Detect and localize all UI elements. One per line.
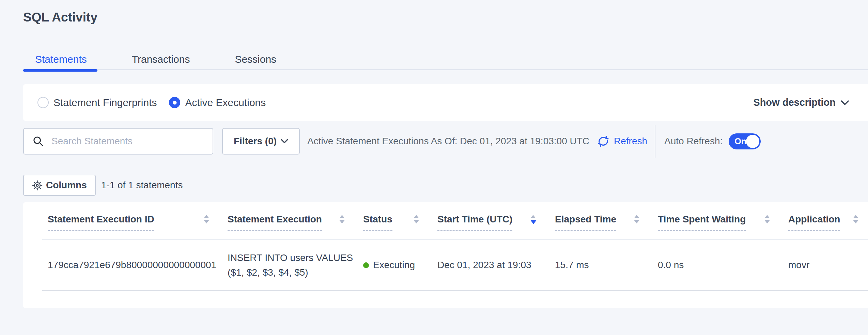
chevron-down-icon xyxy=(840,100,849,106)
chevron-down-icon xyxy=(281,139,288,144)
cell-elapsed-time: 15.7 ms xyxy=(555,260,658,271)
sort-icon xyxy=(764,215,770,223)
columns-button[interactable]: Columns xyxy=(23,175,96,196)
show-description-label: Show description xyxy=(753,97,836,108)
radio-statement-fingerprints[interactable]: Statement Fingerprints xyxy=(37,97,157,108)
toggle-state-label: On xyxy=(734,136,746,146)
table-row[interactable]: 179cca7921e679b80000000000000001 INSERT … xyxy=(23,240,868,290)
tab-transactions[interactable]: Transactions xyxy=(120,49,202,69)
tab-bar: Statements Transactions Sessions xyxy=(23,48,868,70)
column-header-statement-execution[interactable]: Statement Execution xyxy=(228,214,363,231)
search-input[interactable] xyxy=(51,136,201,147)
cell-application: movr xyxy=(788,260,868,271)
statements-table: Statement Execution ID Statement Executi… xyxy=(23,202,868,308)
search-icon xyxy=(32,135,44,147)
column-header-statement-execution-id[interactable]: Statement Execution ID xyxy=(48,214,228,231)
active-tab-underline xyxy=(23,69,97,72)
vertical-divider xyxy=(655,125,655,158)
search-box xyxy=(23,128,213,155)
column-header-start-time[interactable]: Start Time (UTC) xyxy=(437,214,555,231)
toggle-knob xyxy=(746,135,759,148)
sort-icon xyxy=(339,215,345,223)
table-header: Statement Execution ID Statement Executi… xyxy=(23,202,868,240)
sort-icon xyxy=(634,215,639,223)
cell-status: Executing xyxy=(363,260,437,271)
table-toolbar: Columns 1-1 of 1 statements xyxy=(23,175,183,196)
page-title: SQL Activity xyxy=(23,10,97,25)
sort-icon xyxy=(204,215,209,223)
cell-time-spent-waiting: 0.0 ns xyxy=(658,260,788,271)
column-header-status[interactable]: Status xyxy=(363,214,437,231)
radio-label: Statement Fingerprints xyxy=(53,97,157,108)
view-mode-card: Statement Fingerprints Active Executions… xyxy=(23,84,868,121)
columns-label: Columns xyxy=(46,180,87,191)
refresh-button[interactable]: Refresh xyxy=(596,134,647,148)
sort-icon-active-desc xyxy=(530,215,537,224)
status-dot-icon xyxy=(363,262,369,268)
radio-selected-icon xyxy=(169,97,180,108)
tab-sessions[interactable]: Sessions xyxy=(223,49,288,69)
row-divider xyxy=(42,290,868,291)
column-header-elapsed-time[interactable]: Elapsed Time xyxy=(555,214,658,231)
radio-label: Active Executions xyxy=(185,97,266,108)
cell-statement: INSERT INTO users VALUES ($1, $2, $3, $4… xyxy=(228,250,363,280)
refresh-label: Refresh xyxy=(614,136,647,147)
auto-refresh-toggle[interactable]: On xyxy=(729,133,761,149)
cell-start-time: Dec 01, 2023 at 19:03 xyxy=(437,260,555,271)
gear-icon xyxy=(32,180,43,191)
filters-label: Filters (0) xyxy=(234,136,277,147)
sort-icon xyxy=(853,215,858,223)
auto-refresh-label: Auto Refresh: xyxy=(664,136,723,147)
radio-unselected-icon xyxy=(37,97,49,108)
filters-button[interactable]: Filters (0) xyxy=(222,128,300,155)
column-header-time-spent-waiting[interactable]: Time Spent Waiting xyxy=(658,214,788,231)
as-of-text: Active Statement Executions As Of: Dec 0… xyxy=(307,136,589,147)
radio-active-executions[interactable]: Active Executions xyxy=(169,97,266,108)
result-count: 1-1 of 1 statements xyxy=(101,180,183,191)
controls-row: Filters (0) Active Statement Executions … xyxy=(23,128,868,155)
status-label: Executing xyxy=(373,260,415,271)
show-description-button[interactable]: Show description xyxy=(753,84,849,121)
tab-statements[interactable]: Statements xyxy=(23,49,99,69)
refresh-icon xyxy=(596,134,610,148)
sort-icon xyxy=(414,215,419,223)
cell-execution-id: 179cca7921e679b80000000000000001 xyxy=(48,260,228,271)
sql-activity-page: SQL Activity Statements Transactions Ses… xyxy=(0,0,868,335)
column-header-application[interactable]: Application xyxy=(788,214,868,231)
